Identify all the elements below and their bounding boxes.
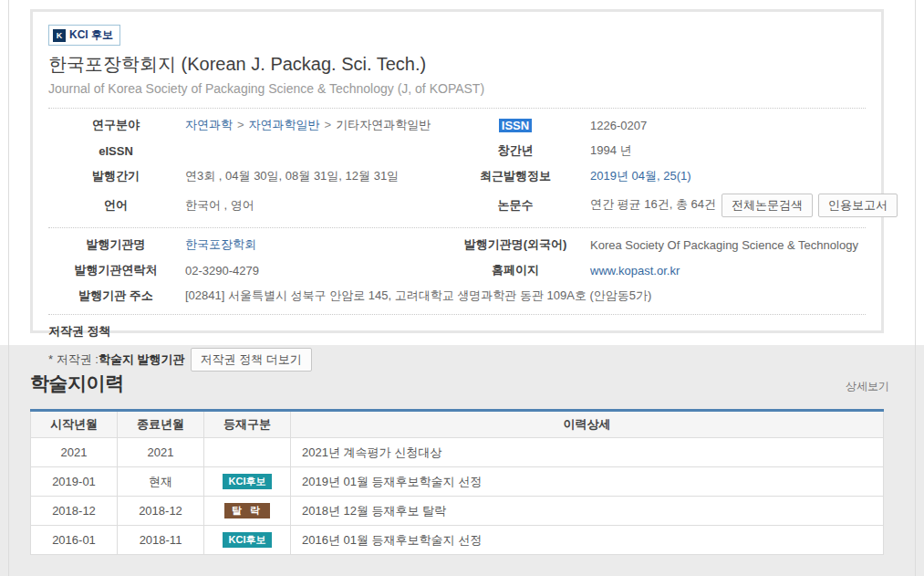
table-row: 2021 2021 2021년 계속평가 신청대상	[31, 438, 884, 467]
issn-label: ISSN	[442, 114, 588, 137]
col-header-detail: 이력상세	[291, 411, 884, 438]
publisher-en-label: 발행기관명(외국어)	[442, 232, 588, 257]
breadcrumb-separator: >	[237, 118, 244, 131]
col-header-end-date: 종료년월	[118, 411, 204, 438]
copyright-policy-more-button[interactable]: 저작권 정책 더보기	[191, 348, 312, 372]
history-start-date: 2019-01	[31, 467, 118, 497]
breadcrumb-link-science[interactable]: 자연과학	[185, 118, 233, 131]
paper-count-text: 연간 평균 16건, 총 64건	[590, 197, 716, 211]
history-end-date: 현재	[118, 467, 204, 497]
copyright-section: 저작권 정책 * 저작권 : 학술지 발행기관 저작권 정책 더보기	[48, 315, 866, 372]
history-start-date: 2021	[31, 438, 118, 467]
search-all-papers-button[interactable]: 전체논문검색	[722, 194, 813, 217]
issn-value: 1226-0207	[588, 114, 899, 137]
publisher-link[interactable]: 한국포장학회	[185, 237, 256, 251]
col-header-start-date: 시작년월	[31, 411, 118, 438]
citation-report-button[interactable]: 인용보고서	[818, 194, 898, 217]
history-end-date: 2018-11	[118, 526, 204, 555]
kci-logo-icon: K	[53, 29, 66, 42]
kci-badge-label: KCI 후보	[69, 27, 113, 43]
listing-status-badge: KCI후보	[223, 532, 273, 548]
table-row: 2016-01 2018-11 KCI후보 2016년 01월 등재후보학술지 …	[31, 526, 884, 555]
contact-label: 발행기관연락처	[48, 257, 183, 283]
journal-title: 한국포장학회지 (Korean J. Packag. Sci. Tech.)	[48, 52, 866, 77]
journal-history-table: 시작년월 종료년월 등재구분 이력상세 2021 2021 2021년 계속평가…	[30, 409, 884, 555]
journal-info-card: K KCI 후보 한국포장학회지 (Korean J. Packag. Sci.…	[30, 9, 884, 333]
history-start-date: 2018-12	[31, 497, 118, 526]
history-detail-text: 2016년 01월 등재후보학술지 선정	[291, 526, 884, 555]
recent-issue-label: 최근발행정보	[442, 163, 588, 189]
history-detail-text: 2018년 12월 등재후보 탈락	[291, 497, 884, 526]
frequency-label: 발행간기	[48, 163, 183, 189]
history-section-title: 학술지이력	[30, 371, 124, 396]
copyright-owner: 학술지 발행기관	[99, 351, 185, 368]
founded-year-label: 창간년	[442, 138, 588, 163]
frequency-value: 연3회 , 04월 30일, 08월 31일, 12월 31일	[183, 163, 442, 189]
journal-meta-group-2: 발행기관명 한국포장학회 발행기관명(외국어) Korea Society Of…	[48, 228, 866, 312]
history-end-date: 2018-12	[118, 497, 204, 526]
content-divider-left	[8, 0, 9, 576]
history-detail-text: 2019년 01월 등재후보학술지 선정	[291, 467, 884, 497]
breadcrumb-leaf: 기타자연과학일반	[336, 118, 431, 131]
field-label: 연구분야	[48, 112, 183, 138]
language-label: 언어	[48, 193, 183, 218]
homepage-link[interactable]: www.kopast.or.kr	[590, 264, 680, 278]
history-end-date: 2021	[118, 438, 204, 467]
publisher-label: 발행기관명	[48, 232, 183, 257]
address-value: [02841] 서울특별시 성북구 안암로 145, 고려대학교 생명과학관 동…	[183, 283, 866, 309]
kci-candidate-badge: K KCI 후보	[48, 25, 120, 46]
recent-issue-link[interactable]: 2019년 04월, 25(1)	[590, 169, 691, 183]
breadcrumb-link-general-science[interactable]: 자연과학일반	[249, 118, 320, 131]
col-header-listing-type: 등재구분	[204, 411, 291, 438]
eissn-label: eISSN	[48, 140, 183, 162]
paper-count-label: 논문수	[442, 193, 588, 218]
breadcrumb-separator: >	[325, 118, 332, 131]
table-row: 2019-01 현재 KCI후보 2019년 01월 등재후보학술지 선정	[31, 467, 884, 497]
homepage-label: 홈페이지	[442, 257, 588, 283]
history-detail-text: 2021년 계속평가 신청대상	[291, 438, 884, 467]
journal-meta-group-1: 연구분야 자연과학>자연과학일반>기타자연과학일반 ISSN 1226-0207…	[48, 109, 866, 225]
contact-value: 02-3290-4279	[183, 259, 442, 282]
content-divider-right	[915, 0, 916, 576]
paper-count-value: 연간 평균 16건, 총 64건전체논문검색인용보고서	[588, 189, 899, 222]
copyright-prefix: * 저작권 :	[48, 351, 99, 368]
history-start-date: 2016-01	[31, 526, 118, 555]
journal-subtitle: Journal of Korea Society of Packaging Sc…	[48, 81, 866, 96]
language-value: 한국어 , 영어	[183, 193, 442, 218]
listing-status-badge: KCI후보	[223, 474, 273, 489]
table-row: 2018-12 2018-12 탈 락 2018년 12월 등재후보 탈락	[31, 497, 884, 526]
issn-label-highlighted: ISSN	[499, 119, 532, 132]
field-breadcrumb: 자연과학>자연과학일반>기타자연과학일반	[183, 112, 442, 138]
eissn-value	[183, 146, 442, 155]
address-label: 발행기관 주소	[48, 283, 183, 309]
history-detail-link[interactable]: 상세보기	[846, 379, 889, 396]
listing-status-badge: 탈 락	[224, 503, 270, 518]
history-header-row: 시작년월 종료년월 등재구분 이력상세	[31, 411, 884, 438]
founded-year-value: 1994 년	[588, 138, 899, 163]
publisher-en-value: Korea Society Of Packaging Science & Tec…	[588, 234, 866, 257]
copyright-heading: 저작권 정책	[48, 323, 866, 340]
